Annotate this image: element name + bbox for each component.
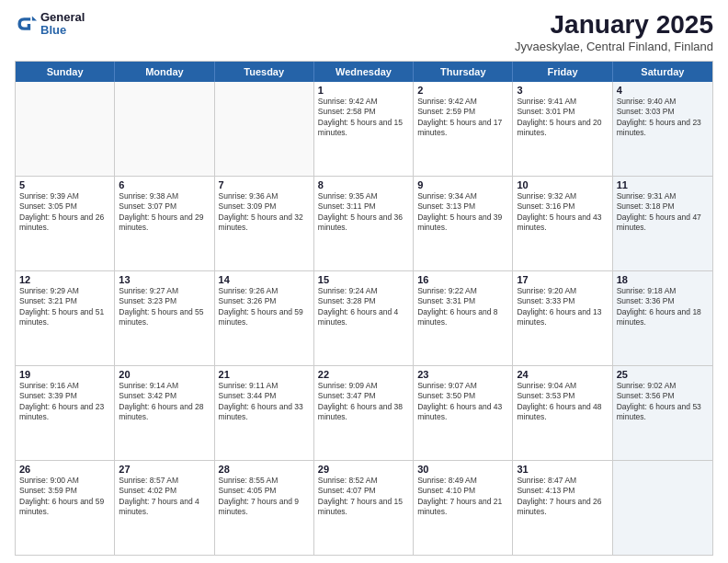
header-saturday: Saturday [613,62,712,82]
cal-cell-r4-c5: 31Sunrise: 8:47 AM Sunset: 4:13 PM Dayli… [513,461,612,555]
title-area: January 2025 Jyvaeskylae, Central Finlan… [515,11,713,53]
cal-cell-r0-c1 [115,82,214,176]
cal-row-2: 5Sunrise: 9:39 AM Sunset: 3:05 PM Daylig… [16,176,712,270]
day-number: 27 [119,464,210,475]
cell-info: Sunrise: 9:40 AM Sunset: 3:03 PM Dayligh… [617,97,709,139]
cal-cell-r0-c3: 1Sunrise: 9:42 AM Sunset: 2:58 PM Daylig… [314,82,414,176]
cell-info: Sunrise: 8:52 AM Sunset: 4:07 PM Dayligh… [318,476,409,518]
day-number: 2 [417,85,508,96]
cal-cell-r2-c1: 13Sunrise: 9:27 AM Sunset: 3:23 PM Dayli… [115,271,214,365]
cell-info: Sunrise: 9:02 AM Sunset: 3:56 PM Dayligh… [617,381,709,423]
day-number: 20 [119,369,210,380]
day-number: 23 [417,369,508,380]
cal-cell-r1-c0: 5Sunrise: 9:39 AM Sunset: 3:05 PM Daylig… [16,177,115,270]
day-number: 7 [219,179,310,190]
cal-cell-r1-c4: 9Sunrise: 9:34 AM Sunset: 3:13 PM Daylig… [414,177,513,270]
cal-cell-r0-c0 [16,82,115,176]
header-tuesday: Tuesday [215,62,314,82]
cal-cell-r0-c4: 2Sunrise: 9:42 AM Sunset: 2:59 PM Daylig… [414,82,513,176]
logo: General Blue [15,11,85,38]
cal-cell-r3-c6: 25Sunrise: 9:02 AM Sunset: 3:56 PM Dayli… [613,366,712,460]
cal-cell-r0-c5: 3Sunrise: 9:41 AM Sunset: 3:01 PM Daylig… [513,82,612,176]
cal-row-4: 19Sunrise: 9:16 AM Sunset: 3:39 PM Dayli… [16,365,712,460]
cell-info: Sunrise: 9:42 AM Sunset: 2:59 PM Dayligh… [417,97,508,139]
cal-cell-r2-c6: 18Sunrise: 9:18 AM Sunset: 3:36 PM Dayli… [613,271,712,365]
day-number: 31 [517,464,608,475]
cell-info: Sunrise: 9:16 AM Sunset: 3:39 PM Dayligh… [19,381,110,423]
cell-info: Sunrise: 8:57 AM Sunset: 4:02 PM Dayligh… [119,476,210,518]
cell-info: Sunrise: 9:41 AM Sunset: 3:01 PM Dayligh… [517,97,608,139]
day-number: 13 [119,274,210,285]
cal-cell-r4-c2: 28Sunrise: 8:55 AM Sunset: 4:05 PM Dayli… [215,461,314,555]
cal-cell-r3-c4: 23Sunrise: 9:07 AM Sunset: 3:50 PM Dayli… [414,366,513,460]
page: General Blue January 2025 Jyvaeskylae, C… [0,0,728,563]
day-number: 24 [517,369,608,380]
day-number: 26 [19,464,110,475]
day-number: 30 [417,464,508,475]
cell-info: Sunrise: 9:42 AM Sunset: 2:58 PM Dayligh… [318,97,409,139]
day-number: 29 [318,464,409,475]
cell-info: Sunrise: 8:49 AM Sunset: 4:10 PM Dayligh… [417,476,508,518]
cal-cell-r4-c1: 27Sunrise: 8:57 AM Sunset: 4:02 PM Dayli… [115,461,214,555]
cal-cell-r4-c4: 30Sunrise: 8:49 AM Sunset: 4:10 PM Dayli… [414,461,513,555]
cell-info: Sunrise: 9:32 AM Sunset: 3:16 PM Dayligh… [517,191,608,234]
cell-info: Sunrise: 9:22 AM Sunset: 3:31 PM Dayligh… [417,286,508,328]
cell-info: Sunrise: 9:31 AM Sunset: 3:18 PM Dayligh… [617,191,709,234]
calendar: Sunday Monday Tuesday Wednesday Thursday… [15,61,713,556]
day-number: 18 [617,274,709,285]
cell-info: Sunrise: 9:07 AM Sunset: 3:50 PM Dayligh… [417,381,508,423]
cal-cell-r3-c5: 24Sunrise: 9:04 AM Sunset: 3:53 PM Dayli… [513,366,612,460]
cal-cell-r4-c6 [613,461,712,555]
cell-info: Sunrise: 9:38 AM Sunset: 3:07 PM Dayligh… [119,191,210,234]
day-number: 22 [318,369,409,380]
cell-info: Sunrise: 9:24 AM Sunset: 3:28 PM Dayligh… [318,286,409,328]
cal-cell-r1-c2: 7Sunrise: 9:36 AM Sunset: 3:09 PM Daylig… [215,177,314,270]
day-number: 12 [19,274,110,285]
header-wednesday: Wednesday [314,62,414,82]
calendar-header: Sunday Monday Tuesday Wednesday Thursday… [16,62,712,82]
cell-info: Sunrise: 9:35 AM Sunset: 3:11 PM Dayligh… [318,191,409,234]
cell-info: Sunrise: 9:26 AM Sunset: 3:26 PM Dayligh… [219,286,310,328]
day-number: 3 [517,85,608,96]
cal-row-1: 1Sunrise: 9:42 AM Sunset: 2:58 PM Daylig… [16,82,712,176]
day-number: 6 [119,179,210,190]
header-sunday: Sunday [16,62,115,82]
cell-info: Sunrise: 9:20 AM Sunset: 3:33 PM Dayligh… [517,286,608,328]
cal-cell-r2-c4: 16Sunrise: 9:22 AM Sunset: 3:31 PM Dayli… [414,271,513,365]
cell-info: Sunrise: 9:14 AM Sunset: 3:42 PM Dayligh… [119,381,210,423]
day-number: 10 [517,179,608,190]
cell-info: Sunrise: 9:36 AM Sunset: 3:09 PM Dayligh… [219,191,310,234]
calendar-body: 1Sunrise: 9:42 AM Sunset: 2:58 PM Daylig… [16,82,712,555]
cal-cell-r3-c2: 21Sunrise: 9:11 AM Sunset: 3:44 PM Dayli… [215,366,314,460]
calendar-title: January 2025 [515,11,713,40]
cell-info: Sunrise: 8:47 AM Sunset: 4:13 PM Dayligh… [517,476,608,518]
cal-cell-r2-c2: 14Sunrise: 9:26 AM Sunset: 3:26 PM Dayli… [215,271,314,365]
cal-cell-r2-c5: 17Sunrise: 9:20 AM Sunset: 3:33 PM Dayli… [513,271,612,365]
day-number: 14 [219,274,310,285]
cell-info: Sunrise: 9:27 AM Sunset: 3:23 PM Dayligh… [119,286,210,328]
header-friday: Friday [513,62,612,82]
cal-cell-r3-c0: 19Sunrise: 9:16 AM Sunset: 3:39 PM Dayli… [16,366,115,460]
day-number: 1 [318,85,409,96]
cell-info: Sunrise: 9:11 AM Sunset: 3:44 PM Dayligh… [219,381,310,423]
calendar-subtitle: Jyvaeskylae, Central Finland, Finland [515,40,713,53]
cal-cell-r4-c0: 26Sunrise: 9:00 AM Sunset: 3:59 PM Dayli… [16,461,115,555]
cell-info: Sunrise: 9:29 AM Sunset: 3:21 PM Dayligh… [19,286,110,328]
cal-cell-r1-c5: 10Sunrise: 9:32 AM Sunset: 3:16 PM Dayli… [513,177,612,270]
day-number: 19 [19,369,110,380]
header-thursday: Thursday [414,62,513,82]
day-number: 25 [617,369,709,380]
day-number: 5 [19,179,110,190]
cal-cell-r1-c3: 8Sunrise: 9:35 AM Sunset: 3:11 PM Daylig… [314,177,414,270]
cal-row-3: 12Sunrise: 9:29 AM Sunset: 3:21 PM Dayli… [16,270,712,365]
cal-cell-r1-c1: 6Sunrise: 9:38 AM Sunset: 3:07 PM Daylig… [115,177,214,270]
cell-info: Sunrise: 8:55 AM Sunset: 4:05 PM Dayligh… [219,476,310,518]
header-monday: Monday [115,62,214,82]
cell-info: Sunrise: 9:18 AM Sunset: 3:36 PM Dayligh… [617,286,709,328]
cell-info: Sunrise: 9:00 AM Sunset: 3:59 PM Dayligh… [19,476,110,518]
day-number: 8 [318,179,409,190]
day-number: 21 [219,369,310,380]
day-number: 15 [318,274,409,285]
cell-info: Sunrise: 9:39 AM Sunset: 3:05 PM Dayligh… [19,191,110,234]
logo-blue: Blue [40,24,85,37]
